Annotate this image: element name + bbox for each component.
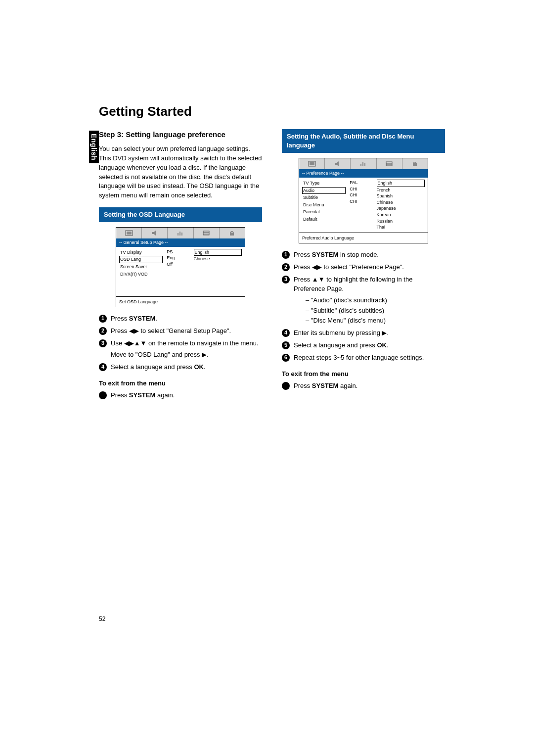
osd-menu-list: TV TypeAudioSubtitleDisc MenuParentalDef…: [299, 178, 349, 233]
right-exit-step: Press SYSTEM again.: [282, 381, 445, 391]
osd-option: Japanese: [377, 205, 425, 212]
svg-rect-3: [179, 232, 180, 236]
step-number-badge: 2: [282, 263, 290, 271]
osd-value: CHI: [350, 186, 372, 192]
osd-page-label: -- Preference Page --: [299, 169, 428, 178]
svg-rect-4: [181, 233, 182, 236]
step-text: Repeat steps 3~5 for other language sett…: [294, 354, 424, 361]
osd-option: Thai: [377, 224, 425, 231]
osd-value: Eng: [167, 255, 189, 261]
osd-option: English: [377, 180, 425, 187]
left-column: Step 3: Setting language preference You …: [99, 129, 262, 403]
step-item: 3Use ◀▶▲▼ on the remote to navigate in t…: [99, 339, 262, 360]
page-title: Getting Started: [99, 104, 445, 119]
step-sublist-item: – "Audio" (disc's soundtrack): [306, 296, 445, 305]
step-number-badge: 3: [99, 339, 107, 347]
osd-option: Russian: [377, 218, 425, 225]
osd-value-list: PSEngOff: [166, 247, 190, 296]
osd-tab-equalizer-icon: [351, 158, 376, 169]
osd-general-setup-panel: -- General Setup Page -- TV DisplayOSD L…: [116, 227, 245, 307]
step-item: 3Press ▲▼ to highlight the following in …: [282, 275, 445, 326]
osd-option: French: [377, 187, 425, 193]
right-column: Setting the Audio, Subtitle and Disc Men…: [282, 129, 445, 403]
svg-rect-10: [310, 162, 314, 165]
left-steps-list: 1Press SYSTEM.2Press ◀▶ to select "Gener…: [99, 314, 262, 372]
exit-step-text: Press SYSTEM again.: [111, 391, 175, 399]
exit-heading: To exit from the menu: [282, 370, 445, 378]
osd-preference-panel: -- Preference Page -- TV TypeAudioSubtit…: [299, 158, 428, 243]
step-number-badge: 1: [99, 315, 107, 323]
osd-value: PAL: [350, 180, 372, 186]
svg-rect-13: [364, 163, 365, 166]
osd-tab-preference-icon: [377, 158, 402, 169]
osd-menu-item: Default: [302, 216, 346, 223]
right-steps-list: 1Press SYSTEM in stop mode.2Press ◀▶ to …: [282, 250, 445, 362]
osd-option: Spanish: [377, 193, 425, 199]
svg-rect-12: [362, 162, 363, 166]
osd-option: Chinese: [377, 199, 425, 206]
step-item: 4Select a language and press OK.: [99, 363, 262, 372]
step-item: 1Press SYSTEM in stop mode.: [282, 250, 445, 260]
step-sublist-item: – "Disc Menu" (disc's menu): [306, 316, 445, 326]
svg-rect-1: [127, 232, 132, 235]
exit-step-text: Press SYSTEM again.: [294, 382, 357, 389]
osd-tab-video-icon: [299, 158, 325, 169]
step-sublist-item: – "Subtitle" (disc's subtitles): [306, 306, 445, 316]
step-item: 4Enter its submenu by pressing ▶.: [282, 329, 445, 338]
step-text: Press SYSTEM in stop mode.: [294, 251, 379, 258]
step-number-badge: 2: [99, 327, 107, 335]
osd-tab-equalizer-icon: [168, 228, 193, 238]
step-heading: Step 3: Setting language preference: [99, 129, 262, 140]
step-number-badge: 3: [282, 276, 290, 284]
osd-menu-item: DIVX(R) VOD: [119, 271, 163, 278]
svg-rect-8: [230, 233, 234, 236]
step-number-badge: 4: [99, 363, 107, 371]
osd-menu-item: Parental: [302, 208, 346, 216]
exit-heading: To exit from the menu: [99, 379, 262, 388]
osd-menu-item: TV Type: [302, 180, 346, 187]
osd-tab-audio-icon: [142, 228, 168, 238]
svg-rect-5: [203, 231, 209, 235]
step-continuation: Move to "OSD Lang" and press ▶.: [111, 350, 262, 360]
osd-tab-row: [116, 228, 245, 238]
svg-rect-17: [413, 163, 417, 166]
osd-body: TV TypeAudioSubtitleDisc MenuParentalDef…: [299, 178, 428, 233]
osd-menu-item: TV Display: [119, 249, 163, 256]
intro-paragraph: You can select your own preferred langua…: [99, 144, 262, 200]
osd-menu-item: Subtitle: [302, 194, 346, 201]
osd-value: CHI: [350, 192, 372, 198]
osd-value-list: PALCHICHICHI: [349, 178, 373, 233]
step-item: 6Repeat steps 3~5 for other language set…: [282, 353, 445, 363]
osd-tab-lock-icon: [220, 228, 245, 238]
two-column-layout: Step 3: Setting language preference You …: [99, 129, 445, 403]
step-item: 2Press ◀▶ to select "General Setup Page"…: [99, 327, 262, 336]
audio-subtitle-disc-banner: Setting the Audio, Subtitle and Disc Men…: [282, 129, 445, 153]
osd-option: Chinese: [194, 256, 242, 262]
svg-rect-2: [178, 233, 178, 236]
osd-language-banner: Setting the OSD Language: [99, 207, 262, 222]
osd-tab-audio-icon: [325, 158, 351, 169]
osd-page-label: -- General Setup Page --: [116, 238, 245, 247]
osd-tab-preference-icon: [194, 228, 220, 238]
step-text: Press SYSTEM.: [111, 315, 157, 322]
step-number-badge: 4: [282, 329, 290, 337]
step-number-badge: 5: [282, 341, 290, 349]
osd-tab-video-icon: [116, 228, 142, 238]
page: English Getting Started Step 3: Setting …: [0, 0, 534, 756]
osd-menu-list: TV DisplayOSD LangScreen SaverDIVX(R) VO…: [116, 247, 166, 296]
bullet-icon: [282, 382, 290, 390]
osd-body: TV DisplayOSD LangScreen SaverDIVX(R) VO…: [116, 247, 245, 296]
osd-option-list: EnglishFrenchSpanishChineseJapaneseKorea…: [374, 178, 428, 233]
osd-option: English: [194, 249, 242, 256]
step-text: Press ◀▶ to select "Preference Page".: [294, 263, 404, 271]
osd-tab-row: [299, 158, 428, 169]
step-text: Select a language and press OK.: [294, 341, 389, 349]
osd-footer: Preferred Audio Language: [299, 233, 428, 243]
osd-value: Off: [167, 261, 189, 268]
svg-rect-11: [360, 164, 361, 166]
step-text: Use ◀▶▲▼ on the remote to navigate in th…: [111, 339, 259, 347]
osd-menu-item: Disc Menu: [302, 201, 346, 209]
osd-footer: Set OSD Language: [116, 296, 245, 307]
step-item: 2Press ◀▶ to select "Preference Page".: [282, 263, 445, 272]
osd-option: Korean: [377, 212, 425, 218]
